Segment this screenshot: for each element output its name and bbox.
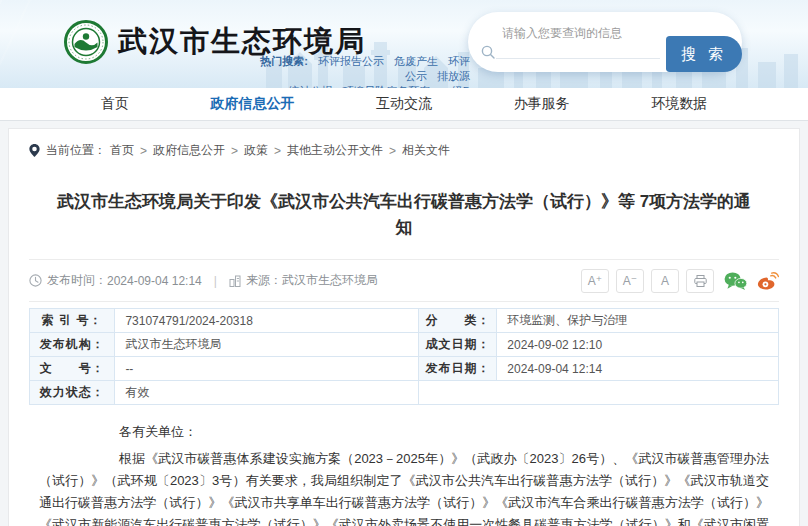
source-building-icon [229,275,241,287]
breadcrumb: 当前位置： 首页 > 政府信息公开 > 政策 > 其他主动公开文件 > 相关文件 [9,129,799,167]
source-label: 来源： [246,272,282,289]
info-value-index: 731074791/2024-20318 [115,309,419,333]
paragraph-salutation: 各有关单位： [39,421,769,443]
breadcrumb-item-policy[interactable]: 政策 [244,142,268,159]
search-divider [496,58,660,59]
content-card: 当前位置： 首页 > 政府信息公开 > 政策 > 其他主动公开文件 > 相关文件… [8,128,800,526]
info-label-agency: 发布机构： [30,333,115,357]
breadcrumb-item-gov-info[interactable]: 政府信息公开 [153,142,225,159]
bureau-logo-icon [64,20,108,64]
search-input[interactable] [502,20,682,46]
location-pin-icon [29,144,40,157]
article-meta: 发布时间： 2024-09-04 12:14 | 来源： 武汉市生态环境局 A⁺… [29,260,779,302]
nav-item-interaction[interactable]: 互动交流 [376,95,432,113]
weibo-share-icon[interactable] [757,271,779,291]
info-value-publish-date: 2024-09-04 12:14 [497,357,779,381]
info-label-publish-date: 发布日期： [419,357,497,381]
main-nav: 首页 政府信息公开 互动交流 办事服务 环境数据 [0,88,808,121]
font-reset-button[interactable]: A [651,269,679,293]
nav-item-gov-info[interactable]: 政府信息公开 [210,95,294,113]
page: 武汉市生态环境局 热门搜索: 环评报告公示 危废产生 环评公示 排放源 统计公报… [0,0,808,526]
publish-time-label: 发布时间： [47,272,107,289]
search-button[interactable]: 搜 索 [666,36,742,72]
breadcrumb-item-related-docs[interactable]: 相关文件 [402,142,450,159]
paragraph-main: 根据《武汉市碳普惠体系建设实施方案（2023－2025年）》（武政办〔2023〕… [39,448,769,526]
nav-item-env-data[interactable]: 环境数据 [651,95,707,113]
publish-time-value: 2024-09-04 12:14 [107,274,202,288]
info-value-agency: 武汉市生态环境局 [115,333,419,357]
font-decrease-button[interactable]: A⁻ [616,269,644,293]
printer-icon [694,275,707,287]
info-value-written-date: 2024-09-02 12:10 [497,333,779,357]
hot-link-level-b[interactable]: 一级B [441,85,470,88]
search-icon [481,45,495,59]
source-value: 武汉市生态环境局 [282,272,378,289]
font-increase-button[interactable]: A⁺ [581,269,609,293]
wechat-share-icon[interactable] [724,271,747,291]
info-label-validity: 效力状态： [30,381,115,405]
info-label-doc-number: 文 号： [30,357,115,381]
breadcrumb-item-other-docs[interactable]: 其他主动公开文件 [287,142,383,159]
clock-icon [29,274,42,287]
info-value-validity: 有效 [115,381,419,405]
nav-item-home[interactable]: 首页 [101,95,129,113]
meta-divider: | [214,274,217,288]
meta-tools: A⁺ A⁻ A [574,269,779,293]
breadcrumb-label: 当前位置： [46,142,106,159]
page-title: 武汉市生态环境局关于印发《武汉市公共汽车出行碳普惠方法学（试行）》等 7项方法学… [49,189,759,241]
breadcrumb-separator: > [231,144,238,158]
info-label-category: 分 类： [419,309,497,333]
hot-search-links: 热门搜索: 环评报告公示 危废产生 环评公示 排放源 统计公报 环境风险应急预案… [252,54,470,88]
article-body: 各有关单位： 根据《武汉市碳普惠体系建设实施方案（2023－2025年）》（武政… [9,405,799,526]
site-header: 武汉市生态环境局 热门搜索: 环评报告公示 危废产生 环评公示 排放源 统计公报… [0,0,808,88]
info-cell-empty [419,381,779,405]
breadcrumb-item-home[interactable]: 首页 [110,142,134,159]
hot-link-statistics-bulletin[interactable]: 统计公报 [289,85,333,88]
hot-link-hazardous-waste[interactable]: 危废产生 [394,55,438,67]
hot-link-risk-plan[interactable]: 环境风险应急预案 [343,85,431,88]
meta-left: 发布时间： 2024-09-04 12:14 | 来源： 武汉市生态环境局 [29,272,378,289]
info-label-index: 索 引 号： [30,309,115,333]
search-box: 搜 索 [468,12,742,72]
info-value-category: 环境监测、保护与治理 [497,309,779,333]
hot-search-label: 热门搜索: [260,55,308,67]
info-value-doc-number: -- [115,357,419,381]
breadcrumb-separator: > [140,144,147,158]
breadcrumb-separator: > [274,144,281,158]
nav-item-services[interactable]: 办事服务 [514,95,570,113]
info-label-written-date: 成文日期： [419,333,497,357]
info-table: 索 引 号： 731074791/2024-20318 分 类： 环境监测、保护… [29,308,779,405]
hot-link-emission-source[interactable]: 排放源 [437,70,470,82]
print-button[interactable] [686,269,714,293]
breadcrumb-separator: > [389,144,396,158]
hot-link-eia-report[interactable]: 环评报告公示 [318,55,384,67]
